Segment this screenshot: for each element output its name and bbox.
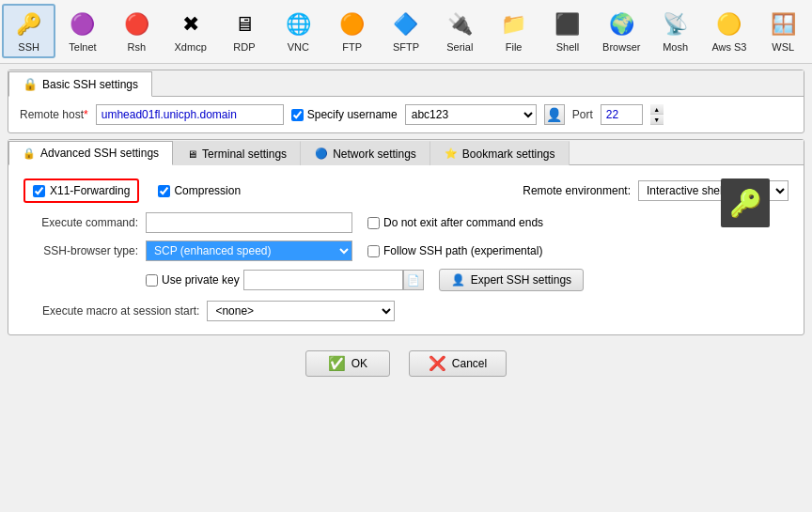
port-input[interactable] (601, 104, 643, 125)
ssh-path-text: Follow SSH path (experimental) (383, 244, 542, 257)
username-icon-button[interactable]: 👤 (544, 104, 565, 125)
port-label: Port (572, 108, 593, 121)
toolbar-item-rdp[interactable]: 🖥RDP (217, 4, 271, 58)
toolbar-item-ftp[interactable]: 🟠FTP (325, 4, 379, 58)
bookmark-label: Bookmark settings (462, 147, 555, 161)
specify-username-checkbox[interactable] (291, 109, 304, 121)
toolbar-item-shell[interactable]: ⬛Shell (540, 4, 594, 58)
toolbar-item-browser[interactable]: 🌍Browser (595, 4, 648, 58)
tab-terminal-settings[interactable]: 🖥 Terminal settings (173, 141, 301, 165)
execute-command-label: Execute command: (23, 216, 146, 229)
awss3-icon: 🟡 (714, 9, 744, 39)
toolbar-item-awss3[interactable]: 🟡Aws S3 (702, 4, 756, 58)
xdmcp-label: Xdmcp (175, 41, 207, 53)
ok-button[interactable]: ✅ OK (305, 350, 390, 377)
execute-command-input[interactable] (146, 212, 352, 233)
xdmcp-icon: ✖ (176, 9, 206, 39)
specify-username-checkbox-label[interactable]: Specify username (291, 108, 398, 121)
toolbar-item-serial[interactable]: 🔌Serial (433, 4, 487, 58)
toolbar-item-ssh[interactable]: 🔑SSH (2, 4, 55, 58)
ssh-path-label[interactable]: Follow SSH path (experimental) (367, 244, 542, 257)
adv-row-3: SSH-browser type: SCP (enhanced speed) S… (23, 240, 789, 261)
advanced-icon: 🔒 (23, 147, 36, 160)
advanced-inner-row: X11-Forwarding Compression Remote enviro… (23, 178, 789, 321)
toolbar-item-telnet[interactable]: 🟣Telnet (55, 4, 109, 58)
cancel-label: Cancel (452, 357, 487, 370)
tab-network-settings[interactable]: 🔵 Network settings (301, 141, 430, 165)
terminal-icon: 🖥 (187, 148, 197, 160)
specify-username-label: Specify username (307, 108, 398, 121)
vnc-label: VNC (288, 41, 309, 53)
network-icon: 🔵 (315, 147, 328, 160)
scp-select[interactable]: SCP (enhanced speed) SFTP (146, 240, 352, 261)
key-icon: 🔑 (729, 188, 762, 219)
toolbar-item-wsl[interactable]: 🪟WSL (757, 4, 810, 58)
x11-forwarding-checkbox[interactable] (33, 185, 45, 197)
ftp-label: FTP (342, 41, 362, 53)
expert-ssh-settings-button[interactable]: 👤 Expert SSH settings (439, 269, 584, 291)
ssh-path-checkbox[interactable] (367, 245, 380, 257)
basic-row: Remote host* Specify username abc123 👤 P… (20, 104, 792, 125)
mosh-icon: 📡 (661, 9, 691, 39)
browser-icon: 🌍 (606, 9, 636, 39)
toolbar-item-mosh[interactable]: 📡Mosh (648, 4, 702, 58)
wsl-icon: 🪟 (768, 9, 798, 39)
private-key-checkbox-label[interactable]: Use private key (146, 273, 240, 287)
tab-bookmark-settings[interactable]: ⭐ Bookmark settings (430, 141, 570, 165)
adv-row-1: X11-Forwarding Compression Remote enviro… (23, 178, 789, 203)
lock-icon: 🔒 (23, 77, 38, 91)
ok-icon: ✅ (328, 355, 346, 372)
vnc-icon: 🌐 (283, 9, 313, 39)
browser-label: Browser (602, 41, 640, 53)
rdp-icon: 🖥 (229, 9, 259, 39)
rsh-label: Rsh (128, 41, 147, 53)
advanced-ssh-panel: 🔒 Advanced SSH settings 🖥 Terminal setti… (8, 139, 804, 335)
serial-label: Serial (446, 41, 473, 53)
private-key-browse-button[interactable]: 📄 (403, 270, 424, 290)
telnet-label: Telnet (69, 41, 96, 53)
main-content: 🔒 Basic SSH settings Remote host* Specif… (0, 64, 812, 392)
macro-label: Execute macro at session start: (42, 304, 199, 318)
no-exit-text: Do not exit after command ends (383, 216, 543, 229)
private-key-checkbox[interactable] (146, 274, 158, 287)
advanced-ssh-label: Advanced SSH settings (40, 147, 159, 160)
ok-label: OK (351, 357, 367, 370)
toolbar-item-rsh[interactable]: 🔴Rsh (110, 4, 164, 58)
compression-text: Compression (174, 184, 241, 197)
port-up-button[interactable]: ▲ (650, 104, 664, 115)
toolbar: 🔑SSH🟣Telnet🔴Rsh✖Xdmcp🖥RDP🌐VNC🟠FTP🔷SFTP🔌S… (0, 0, 812, 64)
bottom-bar: ✅ OK ❌ Cancel (8, 341, 804, 386)
key-icon-box: 🔑 (721, 178, 770, 227)
tab-basic-ssh[interactable]: 🔒 Basic SSH settings (8, 71, 152, 97)
private-key-input[interactable] (243, 270, 403, 290)
cancel-button[interactable]: ❌ Cancel (409, 350, 507, 377)
username-select[interactable]: abc123 (405, 104, 537, 125)
toolbar-item-sftp[interactable]: 🔷SFTP (379, 4, 432, 58)
serial-icon: 🔌 (445, 9, 475, 39)
basic-ssh-form: Remote host* Specify username abc123 👤 P… (8, 97, 804, 132)
x11-forwarding-label: X11-Forwarding (50, 184, 130, 197)
port-down-button[interactable]: ▼ (650, 115, 664, 125)
shell-icon: ⬛ (553, 9, 583, 39)
advanced-left: X11-Forwarding Compression Remote enviro… (23, 178, 789, 321)
cancel-icon: ❌ (429, 355, 446, 372)
toolbar-item-xdmcp[interactable]: ✖Xdmcp (164, 4, 217, 58)
basic-ssh-tab-label: Basic SSH settings (42, 78, 138, 91)
no-exit-checkbox[interactable] (367, 217, 380, 229)
remote-host-input[interactable] (96, 104, 284, 125)
tab-advanced-ssh[interactable]: 🔒 Advanced SSH settings (8, 141, 173, 165)
no-exit-checkbox-label[interactable]: Do not exit after command ends (367, 216, 543, 229)
basic-tab-header: 🔒 Basic SSH settings (8, 70, 804, 97)
toolbar-item-file[interactable]: 📁File (487, 4, 540, 58)
advanced-tab-header: 🔒 Advanced SSH settings 🖥 Terminal setti… (8, 140, 804, 165)
bookmark-icon: ⭐ (445, 147, 458, 160)
required-marker: * (84, 108, 88, 121)
telnet-icon: 🟣 (68, 9, 98, 39)
sftp-label: SFTP (393, 41, 419, 53)
compression-checkbox[interactable] (158, 185, 170, 197)
file-icon: 📁 (499, 9, 529, 39)
terminal-label: Terminal settings (202, 147, 287, 161)
compression-label[interactable]: Compression (158, 184, 241, 197)
macro-select[interactable]: <none> (207, 301, 395, 321)
toolbar-item-vnc[interactable]: 🌐VNC (272, 4, 325, 58)
